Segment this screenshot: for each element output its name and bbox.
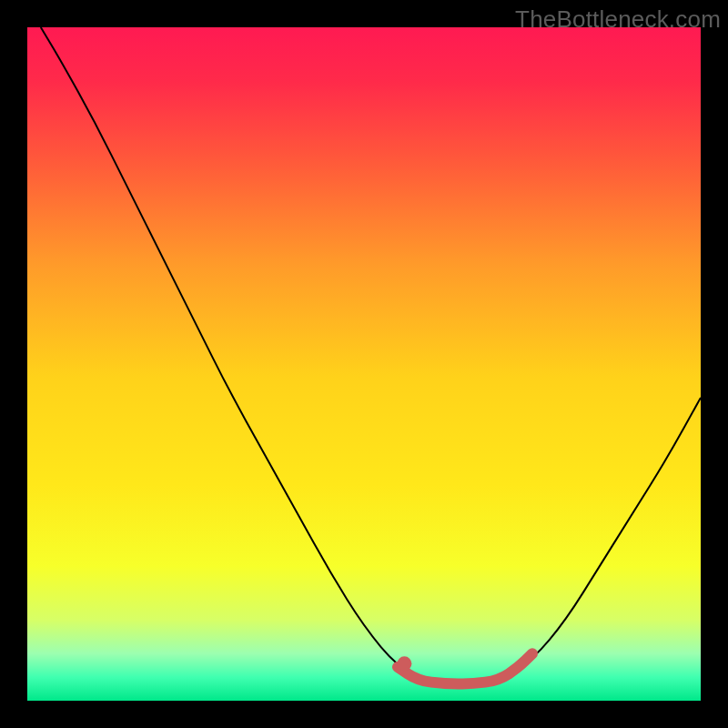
chart-svg bbox=[27, 27, 701, 701]
gradient-background bbox=[27, 27, 701, 701]
watermark-text: TheBottleneck.com bbox=[515, 5, 721, 34]
chart-frame: TheBottleneck.com bbox=[0, 0, 728, 728]
plot-area bbox=[27, 27, 701, 701]
optimal-dot bbox=[397, 656, 411, 671]
